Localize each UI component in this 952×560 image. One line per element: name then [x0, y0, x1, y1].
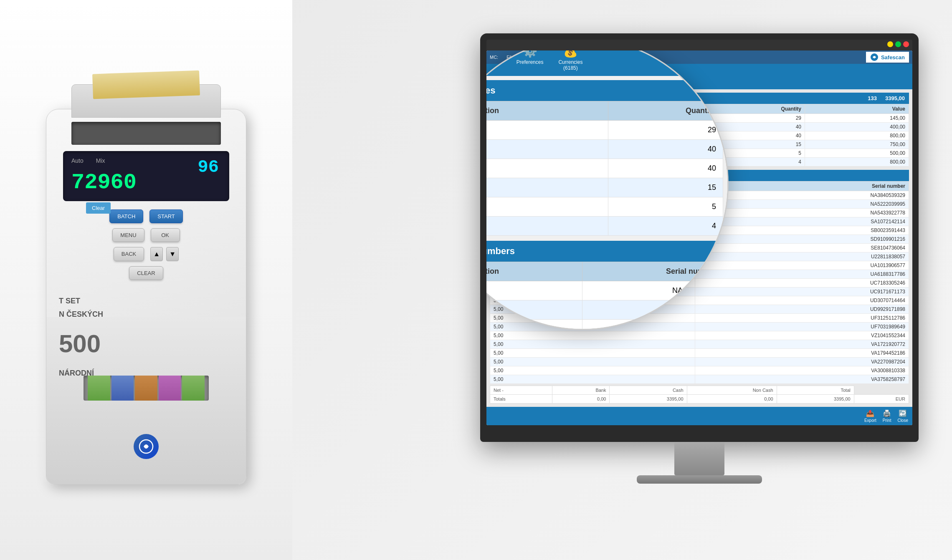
serial-num-cell: U22811838057	[695, 252, 909, 261]
total-display: 72960	[71, 170, 137, 195]
cash-notes	[88, 376, 205, 401]
mag-table-row: 20,0040	[486, 159, 723, 178]
mag-currencies-num: (6185)	[563, 65, 578, 71]
serial-num-cell: UD3070714464	[695, 296, 909, 305]
mag-banknotes-table: Denomination Quantity 5,0029 10,0040 20,…	[486, 101, 723, 236]
banknotes-stack	[92, 71, 200, 99]
mag-denom: 100,00	[486, 197, 608, 217]
machine-area: Auto Mix 96 72960 BATCH START MENU OK BA…	[0, 0, 292, 560]
mag-denom: 10,00	[486, 140, 608, 159]
serial-denom-cell: 5,00	[490, 340, 695, 349]
totals-noncash-val: 0,00	[687, 395, 777, 404]
totals-total-label: Total	[777, 386, 854, 395]
table-row: 5,00VA2270987204	[490, 358, 909, 366]
app-title: MC:	[490, 55, 498, 60]
totals-total-val: 3395,00	[777, 395, 854, 404]
serial-num-cell: UF7031989649	[695, 323, 909, 331]
serial-num-cell: UA6188317786	[695, 270, 909, 279]
mag-qty: 5	[608, 197, 723, 217]
serial-num-cell: VA1721920772	[695, 340, 909, 349]
monitor-stand	[674, 442, 724, 475]
serial-denom-cell: 5,00	[490, 358, 695, 366]
mag-currencies-icon: 💰	[563, 50, 578, 58]
mag-denom: 20,00	[486, 159, 608, 178]
serial-num-cell: UA1013906577	[695, 261, 909, 270]
close-icon: ↩️	[899, 409, 907, 417]
mag-preferences-label: Preferences	[517, 59, 544, 65]
ok-button[interactable]: OK	[151, 228, 180, 242]
serial-denom-cell: 5,00	[490, 349, 695, 358]
mag-tab-preferences[interactable]: ⚙️ Preferences	[513, 50, 547, 73]
mag-table-row: 200,004	[486, 217, 723, 236]
machine-top	[71, 84, 221, 118]
clear-button-machine[interactable]: CLEAR	[129, 266, 163, 280]
serial-num-cell: VA3008810338	[695, 366, 909, 375]
export-button[interactable]: 📤 Export	[864, 409, 876, 423]
totals-currency: EUR	[854, 395, 909, 404]
mag-serial-header: Serial numbers	[486, 241, 723, 262]
down-button[interactable]: ▼	[166, 247, 179, 261]
menu-button[interactable]: MENU	[112, 228, 144, 242]
mag-serial-title: Serial numbers	[486, 246, 515, 256]
minimize-button[interactable]	[887, 41, 893, 47]
mag-table-row: 5,0029	[486, 121, 723, 140]
serial-num-cell: SA1072142114	[695, 217, 909, 226]
back-button[interactable]: BACK	[114, 247, 144, 261]
mag-table-row: 10,0040	[486, 140, 723, 159]
mag-banknotes-header: Banknotes 1	[486, 80, 723, 101]
mag-qty: 40	[608, 159, 723, 178]
mag-col-serial-denom: Denomination	[486, 262, 582, 281]
mag-table-row: 50,0015	[486, 178, 723, 197]
serial-num-cell: SE8104736064	[695, 244, 909, 252]
mag-qty: 4	[608, 217, 723, 236]
machine-label-text: T SET N ČESKÝCH 500 NÁRODNÍ	[59, 294, 103, 380]
mag-qty: 29	[608, 121, 723, 140]
mag-currencies-label: Currencies	[558, 59, 582, 65]
value-cell: 750,00	[805, 140, 909, 149]
monitor-frame: MC: File Edit View Help Safescan	[480, 33, 919, 442]
serial-num-cell: UC9171671173	[695, 288, 909, 296]
col-value: Value	[805, 104, 909, 114]
note-green2	[182, 376, 205, 401]
close-window-button[interactable]	[903, 41, 909, 47]
label-line3: 500	[59, 321, 103, 366]
machine-logo	[134, 434, 159, 459]
start-button[interactable]: START	[149, 209, 182, 223]
value-cell: 145,00	[805, 114, 909, 123]
serial-denom-cell: 5,00	[490, 331, 695, 340]
table-row: 5,00VA3008810338	[490, 366, 909, 375]
mag-denom: 200,00	[486, 217, 608, 236]
serial-num-cell: UD9929171898	[695, 305, 909, 314]
mag-tab-currencies[interactable]: 💰 Currencies (6185)	[555, 50, 586, 73]
clear-button[interactable]: Clear	[86, 202, 111, 214]
bill-counter-machine: Auto Mix 96 72960 BATCH START MENU OK BA…	[46, 109, 246, 484]
serial-denom-cell: 5,00	[490, 375, 695, 384]
mag-table-row: 100,005	[486, 197, 723, 217]
machine-display: Auto Mix 96 72960	[63, 151, 229, 201]
count-display: 96	[198, 157, 219, 177]
serial-num-cell: VA1794452186	[695, 349, 909, 358]
close-button[interactable]: ↩️ Close	[897, 409, 908, 423]
serial-denom-cell: 5,00	[490, 366, 695, 375]
export-label: Export	[864, 418, 876, 423]
monitor-container: MC: File Edit View Help Safescan	[480, 33, 919, 484]
serial-num-cell: VA2270987204	[695, 358, 909, 366]
mag-banknotes-title: Banknotes	[486, 85, 495, 96]
up-button[interactable]: ▲	[150, 247, 163, 261]
totals-bank-label: Bank	[552, 386, 610, 395]
maximize-button[interactable]	[895, 41, 901, 47]
banknotes-summary: 133 3395,00	[868, 95, 905, 101]
mag-serial-denom: 5,00	[486, 281, 582, 300]
totals-cash-val: 3395,00	[610, 395, 687, 404]
totals-noncash-label: Non Cash	[687, 386, 777, 395]
label-line1: T SET	[59, 294, 103, 308]
button-row-2: MENU OK	[63, 228, 229, 242]
mag-qty: 40	[608, 140, 723, 159]
print-icon: 🖨️	[883, 409, 891, 417]
serial-num-cell: NA5433922778	[695, 209, 909, 217]
batch-button[interactable]: BATCH	[109, 209, 143, 223]
print-label: Print	[883, 418, 891, 423]
value-cell: 800,00	[805, 131, 909, 140]
note-blue	[111, 376, 134, 401]
print-button[interactable]: 🖨️ Print	[883, 409, 891, 423]
